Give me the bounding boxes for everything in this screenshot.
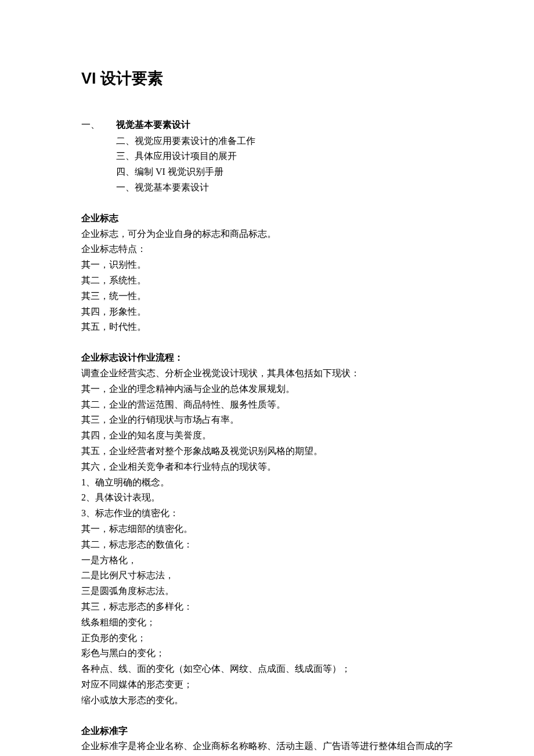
body-line: 其三，统一性。 — [81, 289, 453, 304]
body-line: 一是方格化， — [81, 553, 453, 568]
body-line: 3、标志作业的缜密化： — [81, 506, 453, 521]
outline-item: 四、编制 VI 视觉识别手册 — [116, 165, 453, 179]
page-title: VI 设计要素 — [81, 67, 453, 91]
outline-item: 一、视觉基本要素设计 — [116, 181, 453, 195]
body-line: 缩小或放大形态的变化。 — [81, 693, 453, 708]
body-line: 其二，标志形态的数值化： — [81, 538, 453, 552]
body-line: 其三，企业的行销现状与市场占有率。 — [81, 413, 453, 427]
body-line: 企业标志，可分为企业自身的标志和商品标志。 — [81, 227, 453, 242]
body-line: 线条粗细的变化； — [81, 615, 453, 630]
body-line: 其四，企业的知名度与美誉度。 — [81, 429, 453, 443]
body-line: 其二，系统性。 — [81, 273, 453, 288]
body-line: 各种点、线、面的变化（如空心体、网纹、点成面、线成面等）； — [81, 662, 453, 676]
outline-item: 三、具体应用设计项目的展开 — [116, 149, 453, 164]
body-line: 正负形的变化； — [81, 631, 453, 646]
body-line: 其三，标志形态的多样化： — [81, 600, 453, 614]
body-line: 三是圆弧角度标志法。 — [81, 584, 453, 599]
heading-process: 企业标志设计作业流程： — [81, 351, 453, 365]
body-line: 对应不同媒体的形态变更； — [81, 678, 453, 692]
heading-logo: 企业标志 — [81, 211, 453, 226]
body-line: 其六，企业相关竞争者和本行业特点的现状等。 — [81, 460, 453, 474]
body-line: 其五，企业经营者对整个形象战略及视觉识别风格的期望。 — [81, 444, 453, 459]
body-line: 调查企业经营实态、分析企业视觉设计现状，其具体包括如下现状： — [81, 366, 453, 381]
body-line: 彩色与黑白的变化； — [81, 646, 453, 661]
body-line: 企业标志特点： — [81, 242, 453, 257]
body-line: 其一，企业的理念精神内涵与企业的总体发展规划。 — [81, 382, 453, 397]
body-line: 1、确立明确的概念。 — [81, 476, 453, 490]
body-line: 其五，时代性。 — [81, 320, 453, 334]
body-line: 企业标准字是将企业名称、企业商标名称略称、活动主题、广告语等进行整体组合而成的字 — [81, 739, 453, 754]
outline-item: 二、视觉应用要素设计的准备工作 — [116, 134, 453, 149]
document-page: VI 设计要素 一、 视觉基本要素设计 二、视觉应用要素设计的准备工作 三、具体… — [0, 0, 534, 756]
body-line: 其四，形象性。 — [81, 305, 453, 319]
section-1-number: 一、 — [81, 118, 116, 132]
heading-font: 企业标准字 — [81, 724, 453, 739]
body-line: 其二，企业的营运范围、商品特性、服务性质等。 — [81, 398, 453, 412]
body-line: 其一，识别性。 — [81, 258, 453, 272]
body-line: 2、具体设计表现。 — [81, 491, 453, 505]
section-1-heading: 视觉基本要素设计 — [116, 118, 190, 132]
body-line: 其一，标志细部的缜密化。 — [81, 522, 453, 537]
section-1-outline: 二、视觉应用要素设计的准备工作 三、具体应用设计项目的展开 四、编制 VI 视觉… — [81, 134, 453, 195]
section-1-row: 一、 视觉基本要素设计 — [81, 118, 453, 132]
body-line: 二是比例尺寸标志法， — [81, 568, 453, 583]
